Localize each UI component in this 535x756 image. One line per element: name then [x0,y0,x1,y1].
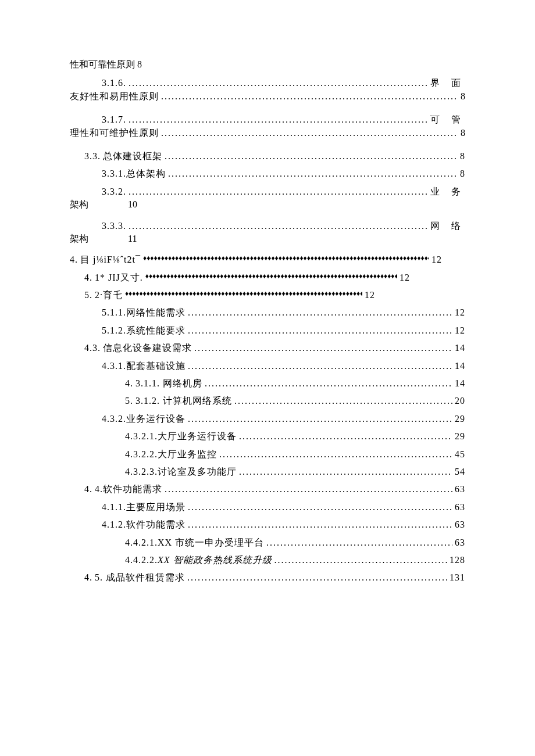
toc-cont: 理性和可维护性原则 [70,127,159,139]
document-page: 性和可靠性原则 8 3.1.6. 界 面 友好性和易用性原则 8 3.1.7. … [0,0,535,756]
toc-page: 54 [455,465,465,478]
toc-entry-4421: 4.4.2.1. XX 市统一申办受理平台 63 [125,536,465,549]
toc-leader [129,77,428,86]
toc-page: 45 [455,448,465,461]
toc-leader [129,220,428,229]
toc-page: 8 [460,167,465,180]
toc-num: 4. [125,377,133,390]
toc-leader [188,360,452,369]
toc-page: 29 [455,430,465,443]
toc-page: 63 [455,518,465,531]
toc-num: 4. [84,483,92,496]
toc-num: 4. [84,271,92,284]
toc-page: 11 [128,232,137,245]
toc-entry-332: 3.3.2. 业 务 架构 10 [70,185,465,212]
toc-num: 3.3.2. [102,185,126,198]
toc-leader [205,377,452,386]
toc-leader [188,518,452,528]
toc-num: 3.3.3. [102,220,126,232]
toc-page: 14 [455,377,465,390]
toc-num: 5.1.1. [102,306,126,319]
toc-entry-52: 5. 2·育乇 12 [84,289,375,302]
toc-page: 12 [431,253,442,266]
toc-label: 4.软件功能需求 [95,483,162,496]
toc-entry-44: 4. 4.软件功能需求 63 [84,483,465,496]
toc-entry-4: 4. 目 j⅛iF⅛ˆt2t¯ 12 [70,253,442,266]
toc-leader [266,536,452,546]
toc-leader [188,501,452,510]
toc-cont: 架构 [70,232,128,245]
toc-label: 大厅业务运行设备 [158,430,237,443]
toc-page: 12 [455,324,465,337]
toc-leader [194,342,452,351]
toc-tail: 网 络 [430,220,465,232]
toc-entry-412: 4.1.2. 软件功能需求 63 [102,518,465,531]
toc-label: 2·育乇 [95,289,123,302]
toc-num: 4.1.1. [102,501,126,514]
toc-entry-512: 5.1.2. 系统性能要求 12 [102,324,465,337]
toc-page: 12 [365,289,375,302]
toc-page: 29 [455,413,465,425]
toc-entry-41: 4. 1* JIJ又寸. 12 [84,271,410,284]
toc-page: 12 [400,271,410,284]
toc-num: 4.3.2. [102,413,126,425]
toc-label: 软件功能需求 [126,518,186,531]
toc-leader [165,150,458,159]
toc-page: 12 [455,306,465,319]
toc-entry-4323: 4.3.2.3. 讨论室及多功能厅 54 [125,465,465,478]
toc-entry-4422: 4.4.2.2. XX 智能政务热线系统升级 128 [125,554,465,567]
toc-page: 63 [455,501,465,514]
toc-label: 大厅业务监控 [158,448,217,461]
toc-page: 8 [460,150,465,163]
toc-num: 3.3.1. [102,167,126,180]
toc-leader [129,113,428,123]
toc-entry-432: 4.3.2. 业务运行设备 29 [102,413,465,425]
toc-label: XX 市统一申办受理平台 [158,536,264,549]
toc-entry-4311: 4. 3.1.1. 网络机房 14 [125,377,465,390]
toc-entry-43: 4.3. 信息化设备建设需求 14 [84,342,465,354]
toc-page: 63 [455,536,465,549]
toc-cont: 架构 [70,198,128,211]
toc-entry-33: 3.3. 总体建设框架 8 [84,150,465,163]
toc-page: 10 [128,198,137,211]
toc-page: 63 [455,483,465,496]
toc-leader [239,430,452,439]
toc-tail: 可 管 [430,113,465,126]
toc-leader [219,448,452,457]
toc-leader [161,90,458,99]
toc-leader [165,483,452,492]
toc-leader [188,306,452,316]
toc-entry-431: 4.3.1. 配套基础设施 14 [102,360,465,372]
toc-leader [125,289,362,298]
toc-label: 总体架构 [126,167,166,180]
toc-leader [188,324,452,334]
toc-num: 3.1.7. [102,113,126,126]
toc-entry-316: 3.1.6. 界 面 友好性和易用性原则 8 [70,77,465,103]
toc-label: 网络性能需求 [126,306,186,319]
toc-leader [143,253,429,263]
toc-entry-333: 3.3.3. 网 络 架构 11 [70,220,465,246]
toc-page: 8 [461,90,465,103]
toc-page: 8 [461,127,465,139]
toc-leader [274,554,447,563]
toc-entry-317: 3.1.7. 可 管 理性和可维护性原则 8 [70,113,465,139]
toc-leader [239,465,452,475]
toc-label: 系统性能要求 [126,324,186,337]
toc-label: 3.1.2. 计算机网络系统 [135,395,232,407]
toc-num: 4.3.2.1. [125,430,158,443]
toc-num: 4.3.2.2. [125,448,158,461]
toc-entry-45: 4. 5. 成品软件租赁需求 131 [84,571,465,584]
toc-entry-331: 3.3.1. 总体架构 8 [102,167,465,180]
toc-leader [129,185,428,195]
toc-page: 131 [450,571,465,584]
toc-num: 5. [125,395,133,407]
toc-page: 128 [450,554,465,567]
toc-leader [187,571,447,581]
toc-entry-4312: 5. 3.1.2. 计算机网络系统 20 [125,395,465,407]
toc-num: 4. [70,253,78,266]
toc-leader [145,271,397,281]
toc-page: 20 [455,395,465,407]
toc-cont: 友好性和易用性原则 [70,90,159,103]
toc-label: 业务运行设备 [126,413,186,425]
toc-leader [161,127,458,136]
